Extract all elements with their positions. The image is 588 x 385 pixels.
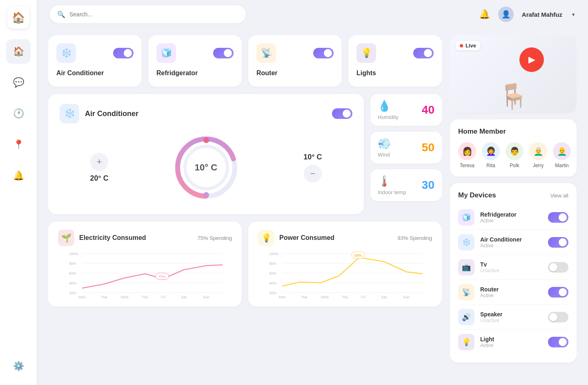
header: 🔍 🔔 👤 Arafat Mahfuz ▾ [37,0,588,29]
member-martin[interactable]: 👨‍🦲 Martin [553,142,571,168]
sidebar-item-settings[interactable]: ⚙️ [6,354,31,378]
svg-text:93%: 93% [354,253,362,257]
device-card-ac: ❄️ Air Conditioner [48,35,142,87]
device-list-router-info: Router Active [480,286,542,298]
device-list-light-toggle[interactable] [548,337,568,347]
notification-bell[interactable]: 🔔 [479,9,490,20]
ac-panel: ❄️ Air Conditioner + 20° C [48,94,364,214]
device-list-tv-info: Tv Unactive [480,261,542,273]
svg-text:40%: 40% [69,281,76,285]
sidebar-item-home[interactable]: 🏠 [6,39,31,64]
device-list-speaker-name: Speaker [480,311,542,318]
chevron-down-icon[interactable]: ▾ [572,11,575,18]
device-list-fridge-icon: 🧊 [458,209,474,226]
ac-minus-button[interactable]: − [304,165,322,183]
router-icon: 📡 [256,43,276,63]
lights-toggle[interactable] [413,48,434,58]
svg-text:Tue: Tue [101,295,107,298]
device-cards-row: ❄️ Air Conditioner 🧊 Refridgerator 📡 [48,35,442,87]
search-input[interactable] [69,11,238,18]
svg-text:Sat: Sat [381,295,387,298]
device-list-fridge-toggle[interactable] [548,212,568,223]
ac-add-button[interactable]: + [90,153,108,171]
bottom-row: 🌱 Electricity Consumed 75% Spending 100%… [48,222,442,307]
device-list-tv-status: Unactive [480,268,542,273]
device-list-tv: 📺 Tv Unactive [458,255,568,280]
env-cards-column: 💧 Humidity 40 💨 Wind 50 [370,94,442,214]
ac-icon: ❄️ [56,43,76,63]
device-list-ac-info: Air Conditioner Active [480,236,542,248]
ac-toggle[interactable] [113,48,134,58]
device-list-router-icon: 📡 [458,284,474,300]
right-panel: Live 🪑 ▶ Home Member 👩 [450,35,577,378]
svg-text:100%: 100% [269,252,278,256]
power-chart-header: 💡 Power Consumed 93% Spending [258,230,432,246]
ac-panel-icon: ❄️ [60,104,79,123]
svg-text:75%: 75% [158,275,166,279]
svg-text:Wed: Wed [321,295,328,298]
view-all-link[interactable]: View all [550,192,568,199]
svg-text:Mon: Mon [278,295,286,298]
router-toggle[interactable] [313,48,334,58]
live-play-button[interactable]: ▶ [519,47,544,72]
wind-icon: 💨 [378,137,391,150]
power-chart-svg: 100% 80% 60% 40% 20% [258,249,432,298]
sidebar-item-history[interactable]: 🕐 [6,101,31,126]
svg-text:Thu: Thu [342,295,348,298]
ac-low-temp: 20° C [90,174,108,183]
sidebar-item-notifications[interactable]: 🔔 [6,163,31,188]
electricity-spending: 75% Spending [197,235,232,241]
device-list-router-toggle[interactable] [548,287,568,298]
svg-text:40%: 40% [269,281,276,285]
svg-text:Thu: Thu [142,295,148,298]
device-list-ac-status: Active [480,243,542,248]
search-bar[interactable]: 🔍 [50,5,246,23]
humidity-card: 💧 Humidity 40 [370,94,442,126]
user-name: Arafat Mahfuz [522,11,562,18]
member-teresa[interactable]: 👩 Teresa [458,142,476,168]
sidebar-item-chat[interactable]: 💬 [6,70,31,95]
electricity-icon: 🌱 [58,230,74,246]
device-card-lights: 💡 Lights [348,35,442,87]
ac-panel-title: Air Conditioner [85,110,138,118]
member-polk[interactable]: 👨 Polk [506,142,523,168]
ac-controls: + 20° C [60,131,352,204]
device-list-ac: ❄️ Air Conditioner Active [458,230,568,255]
device-card-top-router: 📡 [256,43,334,63]
device-list-light-icon: 💡 [458,334,474,350]
main-content: 🔍 🔔 👤 Arafat Mahfuz ▾ ❄️ Air Conditioner [37,0,588,385]
device-card-top-lights: 💡 [356,43,434,63]
device-list-ac-toggle[interactable] [548,237,568,248]
sidebar-item-location[interactable]: 📍 [6,132,31,157]
svg-point-4 [203,192,209,198]
device-list-fridge-status: Active [480,218,542,224]
search-icon: 🔍 [57,11,65,18]
live-text: Live [466,43,476,49]
indoor-temp-card: 🌡️ Indoor temp 30 [370,169,442,201]
member-jerry[interactable]: 👨‍🦳 Jerry [529,142,547,168]
svg-text:Sun: Sun [403,295,410,298]
member-rita[interactable]: 👩‍🦱 Rita [482,142,500,168]
device-list-speaker: 🔊 Speaker Unactive [458,305,568,330]
home-member-title: Home Member [458,128,568,136]
device-list-ac-icon: ❄️ [458,234,474,251]
live-badge: Live [456,41,480,50]
power-icon: 💡 [258,230,274,246]
device-list-router-name: Router [480,286,542,293]
device-list-light-status: Active [480,342,542,348]
electricity-chart-header: 🌱 Electricity Consumed 75% Spending [58,230,232,246]
electricity-chart-title: Electricity Consumed [79,234,146,242]
fridge-icon: 🧊 [156,43,176,63]
ac-panel-toggle[interactable] [332,108,352,119]
member-martin-name: Martin [555,163,568,168]
device-list-fridge-name: Refridgerator [480,211,542,218]
device-list-speaker-toggle[interactable] [548,312,568,322]
member-polk-avatar: 👨 [506,142,523,160]
svg-text:80%: 80% [269,262,276,266]
avatar: 👤 [498,7,514,22]
power-chart-card: 💡 Power Consumed 93% Spending 100% 80% 6… [248,222,442,307]
device-list-tv-toggle[interactable] [548,262,568,273]
fridge-toggle[interactable] [213,48,234,58]
device-list-light-info: Light Active [480,336,542,348]
left-column: ❄️ Air Conditioner 🧊 Refridgerator 📡 [48,35,442,378]
